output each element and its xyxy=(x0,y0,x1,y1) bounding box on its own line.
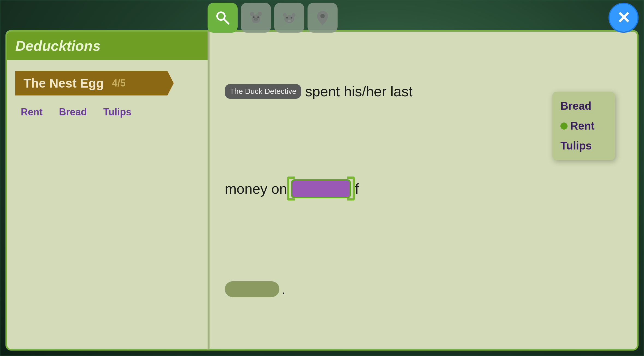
cow-tab-button[interactable] xyxy=(274,3,304,33)
chapter-count: 4/5 xyxy=(112,77,126,89)
location-icon xyxy=(314,10,331,26)
sentence-part3: f xyxy=(355,178,359,199)
dropdown-item-tulips[interactable]: Tulips xyxy=(555,137,612,155)
dropdown-item-bread[interactable]: Bread xyxy=(555,97,612,115)
close-button[interactable]: ✕ xyxy=(608,3,639,33)
dropdown-bullet-rent xyxy=(560,122,568,130)
chapter-banner: The Nest Egg 4/5 xyxy=(15,71,199,95)
svg-point-6 xyxy=(257,16,259,18)
book: Deducktions The Nest Egg 4/5 Rent Bread … xyxy=(5,30,639,351)
deducktions-title: Deducktions xyxy=(15,38,101,54)
option-bread[interactable]: Bread xyxy=(59,106,87,118)
svg-point-11 xyxy=(286,17,288,19)
dropdown-item-rent[interactable]: Rent xyxy=(555,117,612,135)
chapter-title: The Nest Egg xyxy=(23,76,104,91)
cow-icon xyxy=(281,10,297,26)
svg-point-10 xyxy=(292,13,296,17)
banner-shape: The Nest Egg 4/5 xyxy=(15,71,174,95)
search-tab-button[interactable] xyxy=(208,3,238,33)
bracket-left xyxy=(287,176,295,201)
svg-line-1 xyxy=(224,19,229,24)
dropdown-menu: Bread Rent Tulips xyxy=(552,92,615,160)
svg-point-5 xyxy=(253,16,255,18)
spine-line xyxy=(208,32,210,349)
svg-point-14 xyxy=(320,14,325,18)
location-tab-button[interactable] xyxy=(308,3,338,33)
svg-point-4 xyxy=(258,12,262,16)
left-page-header: Deducktions xyxy=(7,32,208,60)
bracket-right xyxy=(347,176,355,201)
close-icon: ✕ xyxy=(617,8,630,27)
right-page: The Duck Detective spent his/her last mo… xyxy=(208,30,639,351)
option-tulips[interactable]: Tulips xyxy=(103,106,131,118)
left-page: Deducktions The Nest Egg 4/5 Rent Bread … xyxy=(5,30,208,351)
svg-point-13 xyxy=(288,20,291,22)
svg-point-3 xyxy=(250,12,254,16)
fill-slot-inner[interactable] xyxy=(291,179,351,198)
search-icon xyxy=(214,10,231,26)
sentence-part2: money on xyxy=(225,178,287,199)
options-row: Rent Bread Tulips xyxy=(15,104,199,121)
sentence-end: . xyxy=(282,279,285,300)
svg-point-7 xyxy=(254,18,258,21)
bear-icon xyxy=(248,10,264,26)
svg-point-9 xyxy=(283,13,287,17)
svg-point-12 xyxy=(291,17,292,19)
left-page-content: The Nest Egg 4/5 Rent Bread Tulips xyxy=(7,60,208,349)
dropdown-label-rent: Rent xyxy=(570,120,595,132)
detective-tag: The Duck Detective xyxy=(225,84,301,99)
dropdown-label-tulips: Tulips xyxy=(560,140,592,152)
bear-tab-button[interactable] xyxy=(241,3,271,33)
sentence-part1: spent his/her last xyxy=(305,81,412,102)
fill-slot[interactable] xyxy=(291,179,351,198)
fill-slot-2[interactable] xyxy=(225,281,279,297)
option-rent[interactable]: Rent xyxy=(21,106,43,118)
sentence-area: The Duck Detective spent his/her last mo… xyxy=(225,45,623,335)
dropdown-label-bread: Bread xyxy=(560,100,591,112)
toolbar xyxy=(208,3,338,33)
